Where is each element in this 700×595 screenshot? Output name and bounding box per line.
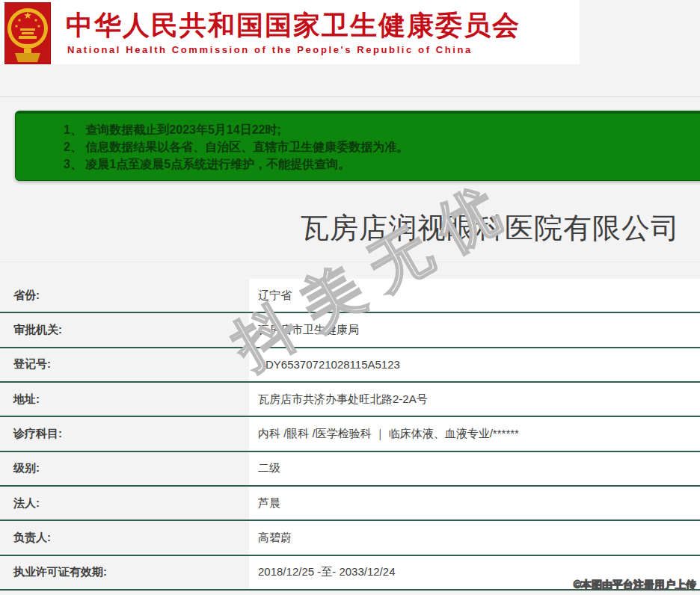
table-row-legal-person: 法人: 芦晨 <box>0 487 700 521</box>
field-value: 辽宁省 <box>249 279 700 312</box>
title-divider <box>0 262 700 262</box>
table-row-address: 地址: 瓦房店市共济办事处旺北路2-2A号 <box>0 383 700 417</box>
field-label: 地址: <box>0 383 249 416</box>
svg-text:★: ★ <box>23 10 32 21</box>
field-value: 瓦房店市卫生健康局 <box>249 313 700 346</box>
svg-text:★: ★ <box>34 18 37 22</box>
table-row-person-in-charge: 负责人: 高碧蔚 <box>0 521 700 555</box>
field-label: 执业许可证有效期: <box>0 556 249 589</box>
svg-text:★: ★ <box>37 24 40 28</box>
field-label: 法人: <box>0 487 249 520</box>
notice-box: 1、 查询数据截止到2023年5月14日22时; 2、 信息数据结果以各省、自治… <box>15 111 700 181</box>
site-header: ★ ★ ★ ★ ★ 中华人民共和国国家卫生健康委员会 National Heal… <box>0 0 580 64</box>
header-divider <box>0 96 700 97</box>
table-row-province: 省份: 辽宁省 <box>0 279 700 313</box>
field-label: 级别: <box>0 452 249 485</box>
institution-info-table: 省份: 辽宁省 审批机关: 瓦房店市卫生健康局 登记号: PDY65370721… <box>0 279 700 591</box>
field-label: 负责人: <box>0 521 249 554</box>
table-row-departments: 诊疗科目: 内科 /眼科 /医学检验科 ｜ 临床体液、血液专业/****** <box>0 417 700 451</box>
field-value: 芦晨 <box>249 487 700 520</box>
svg-text:★: ★ <box>14 24 18 28</box>
field-value: PDY65370721028115A5123 <box>249 348 700 381</box>
institution-name-title: 瓦房店润视眼科医院有限公司 <box>301 209 680 247</box>
notice-line-2: 2、 信息数据结果以各省、自治区、直辖市卫生健康委数据为准。 <box>64 138 700 155</box>
field-label: 审批机关: <box>0 313 249 346</box>
svg-text:★: ★ <box>17 18 21 22</box>
header-title-en: National Health Commission of the People… <box>67 44 473 55</box>
field-label: 登记号: <box>0 348 249 381</box>
notice-line-1: 1、 查询数据截止到2023年5月14日22时; <box>64 121 700 138</box>
field-value: 高碧蔚 <box>249 521 700 554</box>
field-label: 诊疗科目: <box>0 417 249 450</box>
national-emblem-icon: ★ ★ ★ ★ ★ <box>4 2 51 64</box>
table-row-registration-number: 登记号: PDY65370721028115A5123 <box>0 348 700 383</box>
notice-line-3: 3、 凌晨1点至凌晨5点系统进行维护，不能提供查询。 <box>64 155 700 173</box>
field-value: 内科 /眼科 /医学检验科 ｜ 临床体液、血液专业/****** <box>249 417 700 450</box>
table-row-level: 级别: 二级 <box>0 452 700 487</box>
field-label: 省份: <box>0 279 249 312</box>
field-value: 二级 <box>249 452 700 485</box>
header-title-cn: 中华人民共和国国家卫生健康委员会 <box>66 7 521 44</box>
table-row-approval-authority: 审批机关: 瓦房店市卫生健康局 <box>0 313 700 348</box>
copyright-watermark: ©本图由平台注册用户上传 <box>574 579 696 592</box>
field-value: 瓦房店市共济办事处旺北路2-2A号 <box>249 383 700 416</box>
